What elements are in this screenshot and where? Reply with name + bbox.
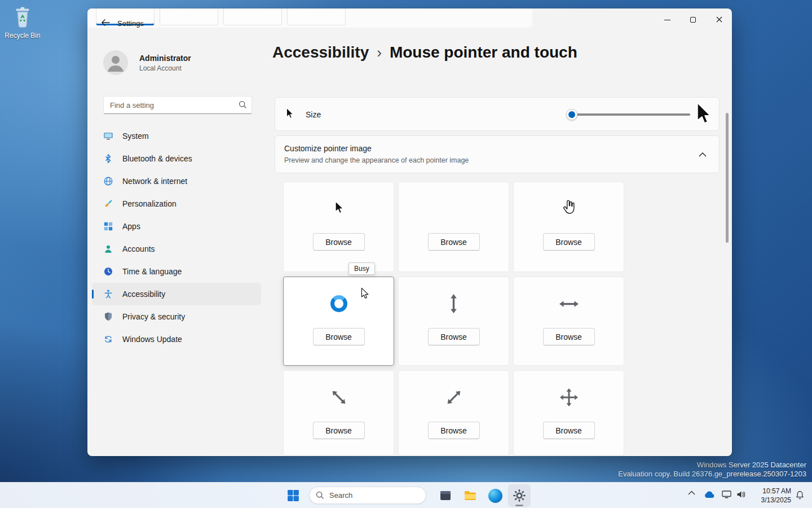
tray-volume[interactable] <box>736 491 746 498</box>
sidebar-item-label: Windows Update <box>122 335 182 344</box>
back-button[interactable] <box>95 14 116 34</box>
taskbar-edge[interactable] <box>484 484 506 507</box>
sidebar-item-label: System <box>122 132 149 141</box>
sidebar-item-accessibility[interactable]: Accessibility <box>92 283 261 305</box>
sidebar-item-bluetooth-devices[interactable]: Bluetooth & devices <box>92 147 261 170</box>
close-button[interactable] <box>706 8 732 31</box>
sidebar-item-label: Time & language <box>122 267 182 276</box>
taskbar-settings[interactable] <box>508 484 531 507</box>
desktop: Recycle Bin Windows Server 2025 Datacent… <box>0 0 812 508</box>
sidebar-item-label: Bluetooth & devices <box>122 154 192 163</box>
busy-tooltip: Busy <box>348 262 375 275</box>
hand-pointer-icon <box>562 200 576 218</box>
caption-buttons <box>654 8 732 31</box>
clock-icon <box>103 266 113 277</box>
tray-onedrive[interactable] <box>704 491 715 498</box>
sidebar-item-personalization[interactable]: Personalization <box>92 192 261 215</box>
vertical-scrollbar[interactable] <box>726 113 729 243</box>
pointer-size-row: Size <box>275 97 720 131</box>
notification-button[interactable] <box>795 490 805 500</box>
page-title: Mouse pointer and touch <box>390 43 577 62</box>
taskbar: Search <box>0 482 812 508</box>
apps-grid-icon <box>103 221 113 231</box>
browse-button[interactable]: Browse <box>313 233 365 251</box>
sidebar-item-time-language[interactable]: Time & language <box>92 260 261 283</box>
bell-icon <box>795 490 805 500</box>
chevron-up-icon <box>688 491 695 495</box>
sidebar-item-label: Privacy & security <box>122 312 185 321</box>
taskbar-app-window[interactable] <box>434 484 457 507</box>
pointer-card-help-select: Browse <box>398 182 509 272</box>
slider-thumb[interactable] <box>566 109 577 120</box>
recycle-bin-icon <box>12 20 33 30</box>
system-icon <box>103 131 113 141</box>
pointer-card-link-select: Browse <box>513 182 624 272</box>
tray-show-hidden-icons[interactable] <box>688 491 695 495</box>
mouse-cursor-icon <box>360 287 369 303</box>
paintbrush-icon <box>103 199 113 209</box>
diagonal-resize-nesw-icon <box>438 382 470 414</box>
sidebar-item-label: Apps <box>122 222 140 231</box>
pointer-card-vertical-resize: Browse <box>398 277 509 366</box>
customize-pointer-section[interactable]: Customize pointer image Preview and chan… <box>275 135 720 173</box>
taskbar-search-label: Search <box>329 491 352 500</box>
sidebar-item-privacy-security[interactable]: Privacy & security <box>92 305 261 328</box>
sidebar-item-label: Network & internet <box>122 177 187 186</box>
app-window-icon <box>439 489 452 502</box>
taskbar-file-explorer[interactable] <box>459 484 482 507</box>
start-button[interactable] <box>282 484 304 507</box>
account-row[interactable]: Administrator Local Account <box>103 50 191 75</box>
folder-icon <box>463 488 478 503</box>
clock-date: 3/13/2025 <box>752 496 791 505</box>
size-label: Size <box>306 110 321 119</box>
edge-browser-icon <box>488 489 502 503</box>
sidebar-item-windows-update[interactable]: Windows Update <box>92 328 261 351</box>
browse-button[interactable]: Browse <box>313 328 365 345</box>
user-name: Administrator <box>139 54 191 63</box>
browse-button[interactable]: Browse <box>543 328 595 345</box>
browse-button[interactable]: Browse <box>428 422 480 439</box>
network-tray-icon <box>722 491 731 498</box>
busy-ring-icon <box>330 295 347 312</box>
pointer-card-move: Browse <box>513 370 624 456</box>
sidebar-item-network-internet[interactable]: Network & internet <box>92 170 261 192</box>
browse-button[interactable]: Browse <box>313 422 365 439</box>
taskbar-clock[interactable]: 10:57 AM 3/13/2025 <box>752 487 791 505</box>
maximize-button[interactable] <box>680 8 706 31</box>
sidebar-item-system[interactable]: System <box>92 125 261 147</box>
collapse-section-button[interactable] <box>696 150 709 160</box>
breadcrumb-parent[interactable]: Accessibility <box>272 43 369 62</box>
watermark-line-1: Windows Server 2025 Datacenter <box>618 461 806 470</box>
shield-icon <box>103 312 113 322</box>
windows-logo-icon <box>287 489 299 502</box>
cloud-icon <box>704 491 715 498</box>
close-icon <box>716 15 722 25</box>
recycle-bin-shortcut[interactable]: Recycle Bin <box>5 6 41 40</box>
breadcrumb-separator-icon: › <box>377 44 382 62</box>
customize-subtitle: Preview and change the appearance of eac… <box>284 156 469 164</box>
browse-button[interactable]: Browse <box>543 422 595 439</box>
search-icon <box>316 491 324 500</box>
pointer-card-busy: Browse <box>283 277 394 366</box>
chevron-up-icon <box>699 152 707 157</box>
browse-button[interactable]: Browse <box>543 233 595 251</box>
browse-button[interactable]: Browse <box>428 233 480 251</box>
minimize-icon <box>664 20 670 20</box>
minimize-button[interactable] <box>654 8 680 31</box>
customize-title: Customize pointer image <box>284 144 372 153</box>
tray-network[interactable] <box>722 491 731 498</box>
pointer-card-normal-select: Browse <box>283 182 394 272</box>
settings-window: Settings <box>87 8 732 456</box>
pointer-card-horizontal-resize: Browse <box>513 277 624 366</box>
taskbar-search[interactable]: Search <box>309 487 426 504</box>
bluetooth-icon <box>103 154 113 164</box>
pointer-size-slider[interactable] <box>567 113 690 116</box>
browse-button[interactable]: Browse <box>428 328 480 345</box>
arrow-left-icon <box>100 19 111 29</box>
titlebar[interactable]: Settings <box>87 8 732 40</box>
sidebar-item-apps[interactable]: Apps <box>92 215 261 238</box>
sidebar-item-accounts[interactable]: Accounts <box>92 238 261 260</box>
settings-search-input[interactable] <box>103 96 252 114</box>
small-cursor-preview-icon <box>285 107 294 122</box>
gear-icon <box>513 489 526 502</box>
